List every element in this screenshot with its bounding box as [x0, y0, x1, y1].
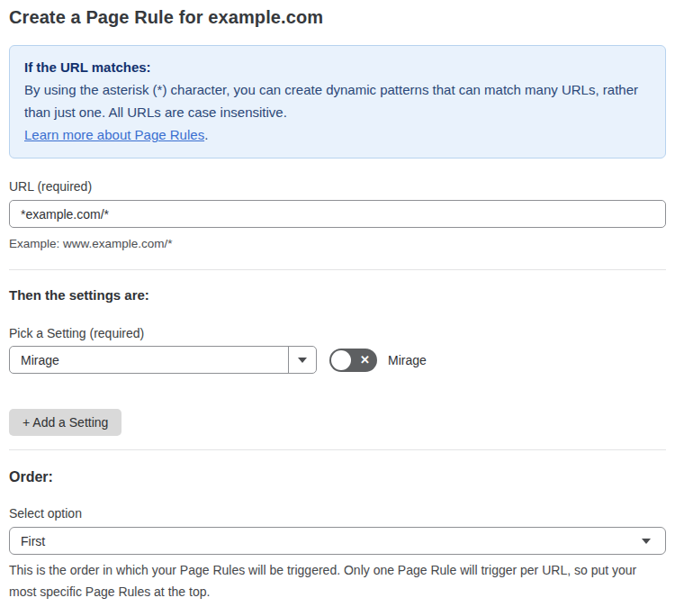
order-section-heading: Order:	[9, 469, 666, 485]
order-select[interactable]: First	[9, 527, 666, 555]
add-setting-button[interactable]: + Add a Setting	[9, 409, 122, 436]
settings-section-heading: Then the settings are:	[9, 287, 666, 303]
pick-setting-label: Pick a Setting (required)	[9, 326, 666, 340]
chevron-down-icon	[298, 358, 307, 363]
url-input[interactable]	[9, 200, 666, 228]
divider	[9, 269, 666, 270]
page-rule-form: Create a Page Rule for example.com If th…	[0, 0, 675, 616]
url-example-text: Example: www.example.com/*	[9, 234, 666, 254]
info-box-link-line: Learn more about Page Rules.	[24, 123, 651, 146]
link-suffix: .	[204, 127, 208, 142]
order-select-value: First	[21, 534, 45, 548]
info-box-body: By using the asterisk (*) character, you…	[24, 78, 651, 123]
toggle-label: Mirage	[388, 353, 427, 367]
toggle-off-x-icon: ✕	[360, 354, 370, 366]
setting-dropdown-value: Mirage	[10, 347, 288, 373]
url-field-label: URL (required)	[9, 179, 666, 194]
divider	[9, 449, 666, 450]
setting-dropdown[interactable]: Mirage	[9, 346, 317, 374]
learn-more-link[interactable]: Learn more about Page Rules	[24, 127, 204, 142]
info-box-heading: If the URL matches:	[24, 56, 651, 78]
page-title: Create a Page Rule for example.com	[9, 7, 666, 28]
url-match-info-box: If the URL matches: By using the asteris…	[9, 45, 666, 159]
setting-row: Mirage ✕ Mirage	[9, 346, 666, 374]
order-select-label: Select option	[9, 506, 666, 521]
toggle-knob	[331, 350, 351, 370]
mirage-toggle[interactable]: ✕	[329, 349, 377, 372]
setting-dropdown-arrow-button[interactable]	[288, 347, 316, 373]
order-help-text: This is the order in which your Page Rul…	[9, 559, 657, 602]
chevron-down-icon	[642, 539, 651, 544]
